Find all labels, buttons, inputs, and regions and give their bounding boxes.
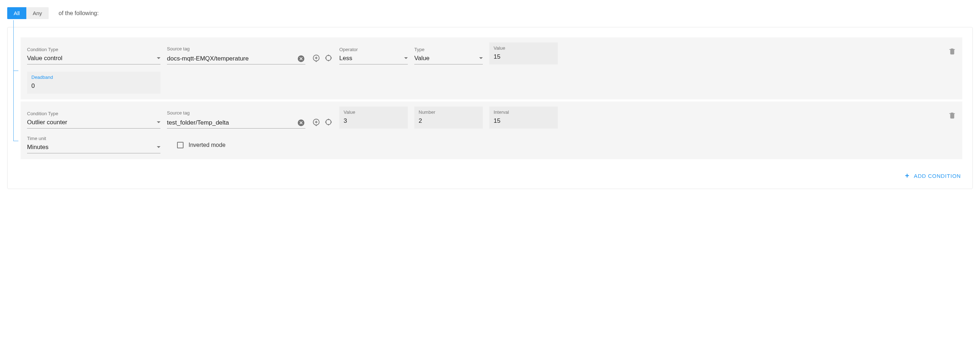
field-value: Outlier counter bbox=[27, 119, 161, 128]
time-unit-select[interactable]: Time unit Minutes bbox=[27, 136, 161, 153]
interval-input[interactable]: Interval 15 bbox=[489, 107, 558, 128]
match-all-button[interactable]: All bbox=[7, 7, 26, 19]
field-label: Type bbox=[414, 47, 483, 52]
field-label: Deadband bbox=[31, 74, 156, 80]
clear-icon[interactable] bbox=[297, 54, 305, 63]
svg-point-2 bbox=[326, 55, 331, 61]
field-label: Condition Type bbox=[27, 47, 161, 52]
field-value: 2 bbox=[418, 117, 479, 127]
field-label: Source tag bbox=[167, 46, 305, 52]
condition-type-select[interactable]: Condition Type Value control bbox=[27, 47, 161, 65]
svg-point-5 bbox=[326, 120, 331, 125]
match-any-button[interactable]: Any bbox=[26, 7, 49, 19]
field-value: Minutes bbox=[27, 143, 161, 153]
header-suffix-text: of the following: bbox=[59, 10, 99, 17]
field-value: 3 bbox=[344, 117, 404, 127]
trash-icon[interactable] bbox=[948, 47, 956, 55]
plus-icon: + bbox=[905, 172, 909, 179]
field-label: Number bbox=[418, 109, 479, 115]
source-tag-field[interactable]: Source tag test_folder/Temp_delta bbox=[167, 110, 305, 128]
condition-type-select[interactable]: Condition Type Outlier counter bbox=[27, 111, 161, 128]
tree-connector bbox=[13, 27, 18, 189]
field-value: 0 bbox=[31, 82, 156, 92]
field-value: docs-mqtt-EMQX/temperature bbox=[167, 55, 249, 62]
source-tag-field[interactable]: Source tag docs-mqtt-EMQX/temperature bbox=[167, 46, 305, 65]
tag-action-icons bbox=[312, 54, 333, 65]
value-input[interactable]: Value 3 bbox=[339, 107, 408, 128]
inverted-mode-checkbox[interactable]: Inverted mode bbox=[177, 142, 225, 153]
type-select[interactable]: Type Value bbox=[414, 47, 483, 65]
add-target-icon[interactable] bbox=[312, 54, 321, 62]
field-value: test_folder/Temp_delta bbox=[167, 119, 229, 127]
clear-icon[interactable] bbox=[297, 119, 305, 127]
field-label: Condition Type bbox=[27, 111, 161, 116]
conditions-container: Condition Type Value control Source tag … bbox=[7, 27, 973, 189]
checkbox-label: Inverted mode bbox=[189, 142, 225, 148]
match-toggle-group: All Any bbox=[7, 7, 49, 19]
field-label: Value bbox=[493, 45, 554, 51]
field-label: Source tag bbox=[167, 110, 305, 115]
value-input[interactable]: Value 15 bbox=[489, 43, 558, 65]
number-input[interactable]: Number 2 bbox=[414, 107, 483, 128]
field-value: 15 bbox=[493, 53, 554, 63]
tag-action-icons bbox=[312, 118, 333, 128]
add-condition-label: Add Condition bbox=[914, 173, 961, 179]
checkbox-icon[interactable] bbox=[177, 142, 183, 148]
field-label: Value bbox=[344, 109, 404, 115]
add-condition-button[interactable]: + Add Condition bbox=[904, 169, 963, 182]
field-value: Less bbox=[339, 54, 408, 65]
target-icon[interactable] bbox=[324, 54, 333, 62]
field-value: 15 bbox=[493, 117, 554, 127]
field-label: Time unit bbox=[27, 136, 161, 141]
logic-header: All Any of the following: bbox=[7, 7, 973, 19]
add-target-icon[interactable] bbox=[312, 118, 321, 127]
field-value: Value control bbox=[27, 54, 161, 65]
field-label: Interval bbox=[493, 109, 554, 115]
deadband-input[interactable]: Deadband 0 bbox=[27, 72, 161, 93]
target-icon[interactable] bbox=[324, 118, 333, 127]
trash-icon[interactable] bbox=[948, 111, 956, 120]
condition-card: Condition Type Outlier counter Source ta… bbox=[21, 101, 963, 159]
condition-card: Condition Type Value control Source tag … bbox=[21, 38, 963, 100]
field-label: Operator bbox=[339, 47, 408, 52]
field-value: Value bbox=[414, 54, 483, 65]
operator-select[interactable]: Operator Less bbox=[339, 47, 408, 65]
